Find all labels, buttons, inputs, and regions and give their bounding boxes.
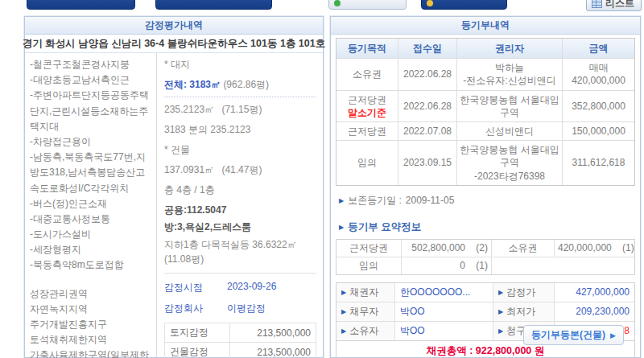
summary-row: 근저당권 502,800,000 (2) 소유권 420,000,000 (1) xyxy=(336,240,634,257)
appraisal-date-value: 2023-09-26 xyxy=(227,281,276,294)
registry-row-ownership: 소유권 2022.06.28 박하늘 -전소유자:신성비앤디 매매420,000… xyxy=(336,58,634,89)
cell-amount: 매매420,000,000 xyxy=(562,59,634,89)
cell-holder: 박하늘 -전소유자:신성비앤디 xyxy=(456,59,562,89)
appraisal-date-label: 감정시점 xyxy=(164,281,227,294)
divider xyxy=(164,273,316,274)
note-line: -버스(정)인근소재 xyxy=(30,196,153,212)
col-header-purpose: 등기목적 xyxy=(336,39,398,58)
cell-holder: 신성비앤디 xyxy=(456,122,562,140)
triangle-bullet-icon: ▶ xyxy=(498,327,503,335)
note-line: -철콘구조철콘경사지붕 xyxy=(30,57,153,72)
cell-date: 2022.07.08 xyxy=(398,122,456,140)
registry-summary-table: 근저당권 502,800,000 (2) 소유권 420,000,000 (1)… xyxy=(336,239,635,275)
triangle-bullet-icon: ▶ xyxy=(339,224,344,231)
zoning-line: 성장관리권역 xyxy=(30,286,153,302)
cell-amount: 352,800,000 xyxy=(562,91,634,121)
toolbar-button-4[interactable] xyxy=(421,0,507,10)
summary-count: (1) xyxy=(467,260,488,271)
minimum-price-value: 209,230,000 xyxy=(554,302,634,321)
building-floor: 층 4층 / 1층 xyxy=(164,183,316,197)
total-claims-amount: 922,800,000 원 xyxy=(476,344,545,358)
registry-summary-title: 등기부 요약정보 xyxy=(348,220,421,234)
summary-value: 420,000,000 (1) xyxy=(554,240,638,257)
land-total-area: 전체: 3183㎡ xyxy=(164,79,221,90)
triangle-bullet-icon: ▶ xyxy=(341,308,346,315)
building-basement: 지하1층 다목적실등 36.6322㎡ (11.08평) xyxy=(164,237,316,266)
col-header-date: 접수일 xyxy=(398,39,456,58)
building-label: * 건물 xyxy=(164,143,316,157)
table-row: 건물감정 213,500,000 xyxy=(165,343,316,358)
creditor-value: 한OOOOOOO... xyxy=(394,283,493,302)
zoning-line: 토석채취제한지역 xyxy=(30,332,153,348)
note-line: -주변아파트단지등공동주택단지,근린시설등소재하는주택지대 xyxy=(30,88,153,134)
amount-value: 213,500,000 xyxy=(230,343,316,358)
zoning-line: 자연녹지지역 xyxy=(30,302,153,317)
appraisal-date-row: 감정시점 2023-09-26 xyxy=(164,281,316,294)
property-details: * 대지 전체: 3183㎡ (962.86평) 235.2123㎡ (71.1… xyxy=(157,53,323,357)
registry-copy-button[interactable]: 등기부등본(건물) ▶ xyxy=(523,325,624,345)
appraisal-company-label: 감정회사 xyxy=(164,302,227,315)
list-icon xyxy=(592,0,602,8)
summary-label: 소유권 xyxy=(491,240,554,257)
label-text: 소유자 xyxy=(349,324,378,338)
summary-amount: 502,800,000 xyxy=(411,242,465,253)
registry-copy-button-wrap: 등기부등본(건물) ▶ xyxy=(523,325,624,345)
building-common: 공용:112.5047 xyxy=(164,204,316,217)
note-line: -대중교통사정보통 xyxy=(30,212,153,227)
triangle-bullet-icon: ▶ xyxy=(341,289,346,296)
toolbar-button-3[interactable] xyxy=(328,0,407,10)
summary-label: 근저당권 xyxy=(336,240,401,257)
note-line: -북동측약8m도로접합 xyxy=(30,257,153,273)
total-claims-label: 채권총액 : xyxy=(427,344,473,358)
amount-label: 건물감정 xyxy=(165,343,230,358)
appraised-price-value: 427,000,000 xyxy=(554,283,634,302)
land-total-pyeong: (962.86평) xyxy=(223,79,269,90)
note-line: -대양초등교남서측인근 xyxy=(30,72,153,88)
appraisal-amounts-table: 토지감정 213,500,000 건물감정 213,500,000 합계 427… xyxy=(164,323,316,358)
amount-value: 213,500,000 xyxy=(230,323,316,343)
holder-name: 박하늘 xyxy=(495,61,524,74)
purpose-text: 근저당권 xyxy=(348,93,386,106)
owner-label: ▶ 소유자 xyxy=(336,322,394,340)
appraisal-company-row: 감정회사 이평감정 xyxy=(164,302,316,315)
cell-purpose: 소유권 xyxy=(336,59,398,89)
arrow-right-icon: ▶ xyxy=(610,331,616,339)
land-total: 전체: 3183㎡ (962.86평) xyxy=(164,78,316,97)
cell-amount: 150,000,000 xyxy=(562,122,634,140)
minimum-price-label: ▶ 최저가 xyxy=(493,302,554,321)
summary-count: (2) xyxy=(467,242,488,253)
zoning-line: 가축사육제한구역(일부제한모든축종제한) xyxy=(30,348,153,358)
building-area-line: 137.0931㎡ (41.47평) xyxy=(164,163,316,177)
preservation-date-value: 2009-11-05 xyxy=(406,195,455,206)
top-toolbar: 리스트 xyxy=(0,0,644,13)
appraisal-panel: 감정평가내역 경기 화성시 남양읍 신남리 36-4 블랑쉬타운하우스 101동… xyxy=(24,16,324,358)
cell-holder: 한국양봉농협 서울대입구역 xyxy=(456,91,562,121)
label-text: 최저가 xyxy=(506,305,535,319)
summary-label: 임의 xyxy=(336,257,401,274)
col-header-amount: 금액 xyxy=(562,39,634,58)
building-pyeong: (41.47평) xyxy=(221,164,262,175)
appraisal-company-value: 이평감정 xyxy=(227,302,266,315)
triangle-bullet-icon: ▶ xyxy=(339,197,344,204)
land-share: 235.2123㎡ (71.15평) xyxy=(164,103,316,117)
toolbar-button-1[interactable] xyxy=(27,0,135,10)
summary-count: (1) xyxy=(613,242,634,253)
triangle-bullet-icon: ▶ xyxy=(498,308,503,315)
label-text: 채권자 xyxy=(349,286,378,299)
parties-row: ▶ 채무자 박OO ▶ 최저가 209,230,000 xyxy=(336,302,634,321)
cell-holder: 한국양봉농협 서울대입구역 -2023타경76398 xyxy=(456,141,562,185)
note-line: -차량접근용이 xyxy=(30,134,153,150)
toolbar-button-2[interactable] xyxy=(155,0,272,10)
registry-row-auction: 임의 2023.09.15 한국양봉농협 서울대입구역 -2023타경76398… xyxy=(336,140,634,185)
triangle-bullet-icon: ▶ xyxy=(498,289,503,296)
green-icon xyxy=(334,0,341,6)
cell-date: 2022.06.28 xyxy=(398,91,456,121)
building-rooms: 방:3,욕실2,드레스룸 xyxy=(164,220,316,234)
registry-row-mortgage1: 근저당권 말소기준 2022.06.28 한국양봉농협 서울대입구역 352,8… xyxy=(336,90,634,121)
list-button[interactable]: 리스트 xyxy=(586,0,642,11)
cell-purpose: 근저당권 말소기준 xyxy=(336,91,398,121)
property-address: 경기 화성시 남양읍 신남리 36-4 블랑쉬타운하우스 101동 1층 101… xyxy=(25,35,323,53)
land-share-pyeong: (71.15평) xyxy=(221,104,262,115)
preservation-date-line: ▶ 보존등기일 : 2009-11-05 xyxy=(339,194,634,208)
land-share-area: 235.2123㎡ xyxy=(164,104,214,115)
